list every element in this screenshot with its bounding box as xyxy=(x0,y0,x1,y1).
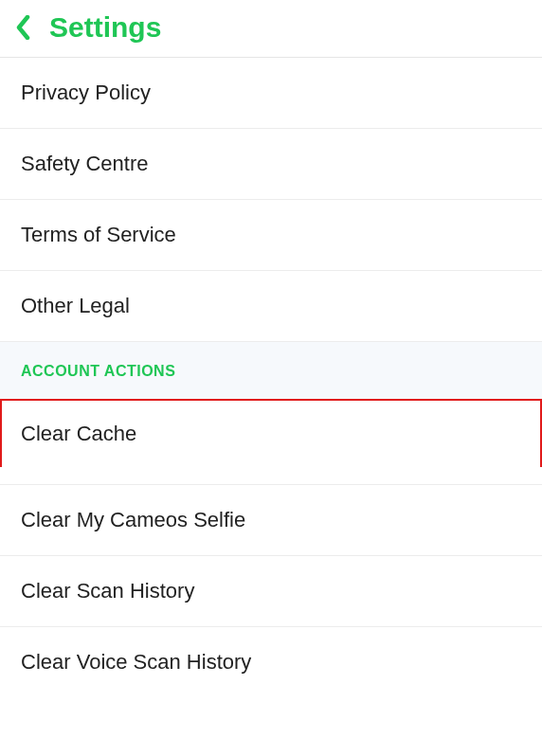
settings-header: Settings xyxy=(0,0,542,58)
list-item-other-legal[interactable]: Other Legal xyxy=(0,271,542,342)
list-item-label: Clear Cache xyxy=(21,422,136,445)
list-item-clear-cameos-selfie[interactable]: Clear My Cameos Selfie xyxy=(0,485,542,556)
list-item-label: Clear Scan History xyxy=(21,579,194,603)
back-icon[interactable] xyxy=(13,13,34,42)
list-item-label: Safety Centre xyxy=(21,152,149,175)
list-item-wrap: Clear Cache xyxy=(0,399,542,485)
list-item-clear-cache[interactable]: Clear Cache xyxy=(0,399,542,467)
list-item-label: Terms of Service xyxy=(21,223,176,246)
list-item-terms-of-service[interactable]: Terms of Service xyxy=(0,200,542,271)
list-item-safety-centre[interactable]: Safety Centre xyxy=(0,129,542,200)
list-item-label: Clear Voice Scan History xyxy=(21,650,251,674)
list-item-privacy-policy[interactable]: Privacy Policy xyxy=(0,58,542,129)
page-title: Settings xyxy=(49,11,161,44)
list-item-label: Other Legal xyxy=(21,294,130,317)
section-header-label: ACCOUNT ACTIONS xyxy=(21,363,175,379)
section-header-account-actions: ACCOUNT ACTIONS xyxy=(0,342,542,400)
list-item-label: Privacy Policy xyxy=(21,81,151,104)
account-actions-section: Clear Cache Clear My Cameos Selfie Clear… xyxy=(0,399,542,697)
legal-section: Privacy Policy Safety Centre Terms of Se… xyxy=(0,58,542,342)
list-item-label: Clear My Cameos Selfie xyxy=(21,508,245,531)
list-item-clear-voice-scan-history[interactable]: Clear Voice Scan History xyxy=(0,627,542,697)
list-item-clear-scan-history[interactable]: Clear Scan History xyxy=(0,556,542,627)
